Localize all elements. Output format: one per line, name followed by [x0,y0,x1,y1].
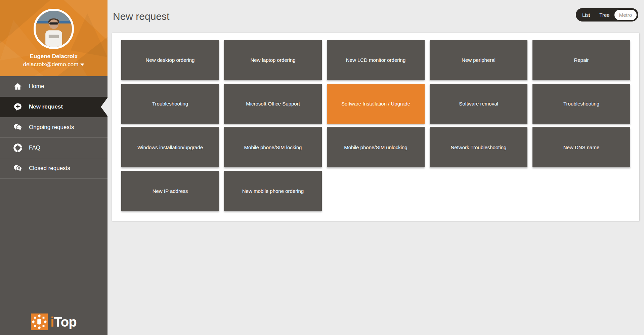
sidebar-item-label: Home [29,83,44,90]
sidebar-item-label: Closed requests [29,165,70,172]
closed-requests-icon [13,163,23,173]
service-tile-label: Repair [574,57,589,63]
service-tile-label: Mobile phone/SIM unlocking [344,144,407,150]
view-toggle-metro[interactable]: Metro [614,10,637,20]
service-tile-label: Software Installation / Upgrade [341,101,410,107]
user-name: Eugene Delacroix [0,53,108,60]
sidebar-item-closed-requests[interactable]: Closed requests [0,158,108,179]
page-title: New request [113,11,169,22]
service-tile-network-troubleshooting[interactable]: Network Troubleshooting [430,127,527,167]
service-tile-mobile-phone-sim-locking[interactable]: Mobile phone/SIM locking [224,127,322,167]
sidebar-item-label: Ongoing requests [29,124,74,131]
services-panel: New desktop orderingNew laptop orderingN… [112,33,639,221]
service-tile-label: New mobile phone ordering [242,188,304,194]
itop-logo: iTop [0,313,108,330]
main-header: New request [112,0,639,33]
sidebar-item-new-request[interactable]: New request [0,97,108,117]
service-tile-new-laptop-ordering[interactable]: New laptop ordering [224,40,322,80]
sidebar-menu: HomeNew requestOngoing requestsFAQClosed… [0,76,108,179]
avatar [34,9,74,49]
faq-icon [13,143,23,153]
sidebar-item-label: FAQ [29,144,40,151]
service-tile-new-ip-address[interactable]: New IP address [121,171,219,211]
view-toggle: ListTreeMetro [576,8,638,22]
service-tile-windows-installation-upgrade[interactable]: Windows installation/upgrade [121,127,219,167]
service-tile-grid: New desktop orderingNew laptop orderingN… [121,40,630,211]
service-tile-label: New peripheral [462,57,496,63]
service-tile-label: New DNS name [563,144,600,150]
chevron-down-icon [80,64,84,66]
service-tile-new-dns-name[interactable]: New DNS name [532,127,630,167]
service-tile-label: Mobile phone/SIM locking [244,144,302,150]
service-tile-label: New laptop ordering [250,57,295,63]
service-tile-label: Microsoft Office Support [246,101,300,107]
itop-logo-icon [31,313,48,330]
view-toggle-tree[interactable]: Tree [595,10,614,20]
service-tile-troubleshooting[interactable]: Troubleshooting [121,84,219,124]
home-icon [13,81,23,91]
user-menu-trigger[interactable]: delacroix@demo.com [23,61,85,68]
sidebar: Eugene Delacroix delacroix@demo.com Home… [0,0,108,335]
service-tile-label: Network Troubleshooting [451,144,507,150]
main-area: New request ListTreeMetro New desktop or… [108,0,644,335]
service-tile-label: Troubleshooting [563,101,599,107]
service-tile-mobile-phone-sim-unlocking[interactable]: Mobile phone/SIM unlocking [327,127,425,167]
new-request-icon [13,102,23,112]
service-tile-label: New LCD monitor ordering [346,57,406,63]
sidebar-item-home[interactable]: Home [0,76,108,97]
sidebar-item-label: New request [29,103,63,110]
sidebar-item-faq[interactable]: FAQ [0,138,108,158]
service-tile-label: Troubleshooting [152,101,188,107]
service-tile-label: Windows installation/upgrade [137,144,203,150]
profile-header: Eugene Delacroix delacroix@demo.com [0,0,108,76]
service-tile-new-desktop-ordering[interactable]: New desktop ordering [121,40,219,80]
service-tile-troubleshooting[interactable]: Troubleshooting [532,84,630,124]
service-tile-microsoft-office-support[interactable]: Microsoft Office Support [224,84,322,124]
service-tile-repair[interactable]: Repair [532,40,630,80]
service-tile-new-lcd-monitor-ordering[interactable]: New LCD monitor ordering [327,40,425,80]
itop-logo-text: iTop [50,315,76,329]
service-tile-label: Software removal [459,101,498,107]
sidebar-item-ongoing-requests[interactable]: Ongoing requests [0,117,108,138]
service-tile-software-installation-upgrade[interactable]: Software Installation / Upgrade [327,84,425,124]
service-tile-new-mobile-phone-ordering[interactable]: New mobile phone ordering [224,171,322,211]
service-tile-label: New desktop ordering [146,57,195,63]
user-email: delacroix@demo.com [23,61,79,68]
ongoing-requests-icon [13,122,23,132]
view-toggle-list[interactable]: List [577,10,595,20]
service-tile-software-removal[interactable]: Software removal [430,84,527,124]
service-tile-new-peripheral[interactable]: New peripheral [430,40,527,80]
service-tile-label: New IP address [153,188,188,194]
